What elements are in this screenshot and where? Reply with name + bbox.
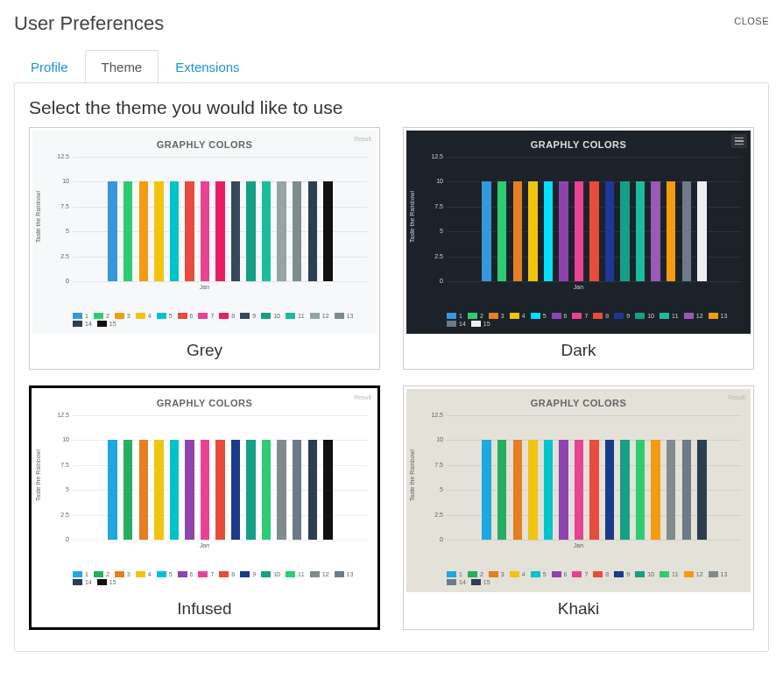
- bar: [497, 440, 506, 540]
- legend-item: 6: [178, 313, 194, 319]
- legend-swatch: [198, 313, 208, 319]
- legend-item: 13: [335, 313, 354, 319]
- legend-swatch: [684, 313, 694, 319]
- legend-label: 14: [85, 321, 92, 327]
- legend-item: 10: [261, 571, 280, 577]
- result-badge: Result: [354, 136, 371, 142]
- legend-item: 5: [157, 571, 173, 577]
- legend-item: 1: [73, 571, 88, 577]
- y-axis-label: Taste the Rainbow!: [35, 190, 41, 243]
- legend-label: 4: [522, 313, 526, 319]
- theme-label: Dark: [406, 334, 751, 369]
- legend-label: 5: [543, 313, 547, 319]
- bar: [620, 440, 629, 540]
- legend: 123456789101112131415: [447, 313, 742, 327]
- legend-swatch: [310, 571, 320, 577]
- bar: [697, 440, 706, 540]
- bar: [123, 440, 132, 540]
- theme-card-infused[interactable]: GRAPHLY COLORSResultTaste the Rainbow!02…: [29, 385, 380, 630]
- legend-item: 8: [593, 313, 609, 319]
- user-preferences-modal: User Preferences CLOSE Profile Theme Ext…: [0, 0, 783, 666]
- theme-label: Infused: [32, 592, 377, 627]
- legend-swatch: [261, 571, 271, 577]
- legend-swatch: [219, 571, 229, 577]
- legend-label: 4: [148, 313, 152, 319]
- y-tick: 7.5: [52, 203, 69, 209]
- y-tick: 10: [52, 436, 69, 442]
- theme-card-dark[interactable]: GRAPHLY COLORSTaste the Rainbow!02.557.5…: [403, 127, 754, 370]
- legend-label: 3: [501, 313, 504, 319]
- bar: [559, 181, 568, 281]
- panel-title: Select the theme you would like to use: [29, 97, 754, 118]
- y-tick: 5: [426, 486, 443, 492]
- bar: [605, 440, 614, 540]
- legend-label: 10: [273, 571, 280, 577]
- theme-card-grey[interactable]: GRAPHLY COLORSResultTaste the Rainbow!02…: [29, 127, 380, 370]
- legend-swatch: [709, 313, 718, 319]
- legend-swatch: [157, 571, 166, 577]
- menu-icon[interactable]: [731, 134, 747, 148]
- y-tick: 7.5: [426, 462, 443, 468]
- bar: [277, 440, 286, 540]
- bar: [262, 440, 271, 540]
- legend-item: 2: [94, 313, 109, 319]
- legend-item: 9: [240, 313, 256, 319]
- y-axis-label: Taste the Rainbow!: [409, 190, 415, 243]
- legend-swatch: [73, 571, 82, 577]
- legend-swatch: [471, 321, 481, 327]
- legend-item: 9: [614, 571, 630, 577]
- legend-item: 6: [552, 571, 568, 577]
- legend-swatch: [447, 321, 456, 327]
- legend-swatch: [660, 313, 669, 319]
- legend-swatch: [73, 321, 82, 327]
- bar: [651, 181, 660, 281]
- legend-label: 12: [322, 313, 329, 319]
- legend-swatch: [97, 579, 107, 585]
- bars: [73, 157, 368, 281]
- theme-preview: GRAPHLY COLORSResultTaste the Rainbow!02…: [32, 389, 377, 592]
- y-tick: 12.5: [426, 153, 443, 159]
- tab-profile[interactable]: Profile: [14, 50, 85, 84]
- legend-item: 12: [310, 571, 329, 577]
- legend-item: 1: [447, 571, 462, 577]
- legend-item: 4: [510, 571, 526, 577]
- theme-card-khaki[interactable]: GRAPHLY COLORSResultTaste the Rainbow!02…: [403, 385, 754, 630]
- bar: [667, 440, 675, 540]
- theme-grid: GRAPHLY COLORSResultTaste the Rainbow!02…: [29, 127, 754, 630]
- theme-preview: GRAPHLY COLORSTaste the Rainbow!02.557.5…: [406, 131, 751, 334]
- legend-label: 11: [672, 313, 679, 319]
- legend-item: 3: [115, 571, 130, 577]
- legend-item: 12: [684, 571, 703, 577]
- legend-label: 3: [501, 571, 504, 577]
- legend-label: 1: [85, 571, 88, 577]
- tab-extensions[interactable]: Extensions: [159, 50, 256, 84]
- legend-label: 9: [626, 571, 630, 577]
- theme-label: Khaki: [406, 592, 751, 627]
- legend-label: 1: [459, 313, 462, 319]
- y-tick: 7.5: [426, 203, 443, 209]
- legend-item: 7: [198, 313, 214, 319]
- bar: [528, 440, 537, 540]
- bar: [139, 181, 148, 281]
- chart-title: GRAPHLY COLORS: [32, 131, 377, 150]
- bar: [308, 440, 317, 540]
- legend-label: 8: [605, 571, 609, 577]
- legend-label: 5: [543, 571, 547, 577]
- legend-item: 12: [684, 313, 703, 319]
- legend-swatch: [198, 571, 208, 577]
- bar: [108, 181, 116, 281]
- legend-label: 2: [106, 313, 109, 319]
- close-button[interactable]: CLOSE: [734, 12, 769, 26]
- legend-label: 1: [85, 313, 88, 319]
- legend-swatch: [178, 313, 187, 319]
- legend-label: 3: [127, 571, 130, 577]
- legend-item: 5: [157, 313, 173, 319]
- legend-label: 15: [483, 321, 490, 327]
- legend-swatch: [178, 571, 187, 577]
- legend-swatch: [115, 313, 124, 319]
- legend-swatch: [635, 571, 645, 577]
- tab-theme[interactable]: Theme: [85, 50, 159, 84]
- legend-label: 9: [626, 313, 630, 319]
- legend-item: 5: [531, 571, 547, 577]
- legend-label: 6: [564, 313, 568, 319]
